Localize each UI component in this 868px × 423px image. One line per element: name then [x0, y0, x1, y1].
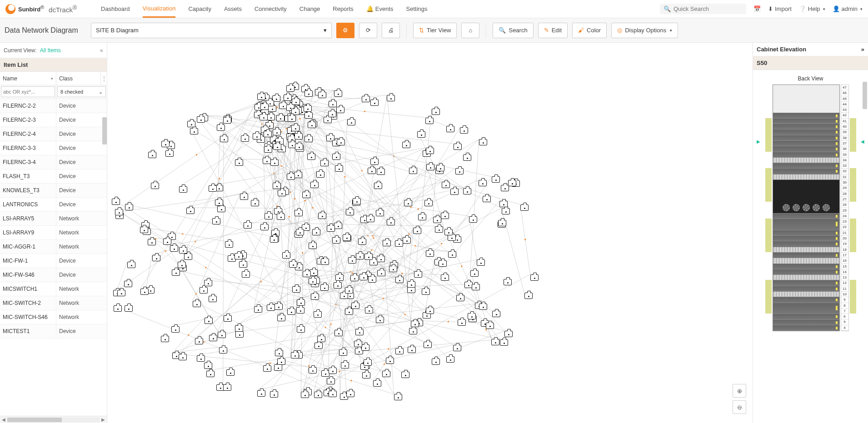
graph-node[interactable] [314, 311, 322, 318]
col-header-name[interactable]: Name▾ [0, 72, 56, 85]
graph-node[interactable] [235, 325, 243, 332]
nav-assets[interactable]: Assets [224, 0, 242, 18]
graph-node[interactable] [274, 364, 282, 371]
graph-node[interactable] [223, 117, 231, 124]
grid-body[interactable]: FILERNC-2-2DeviceFILERNC-2-3DeviceFILERN… [0, 99, 107, 416]
graph-node[interactable] [292, 99, 300, 105]
graph-node[interactable] [187, 121, 195, 127]
table-row[interactable]: FILERNC-2-3Device [0, 113, 107, 127]
graph-node[interactable] [395, 348, 404, 354]
rack-device-server[interactable] [773, 113, 839, 119]
graph-node[interactable] [334, 330, 343, 336]
current-view-link[interactable]: All Items [40, 47, 61, 54]
table-row[interactable]: LANTRONICSDevice [0, 198, 107, 212]
graph-node[interactable] [241, 135, 249, 142]
graph-node[interactable] [117, 290, 125, 296]
graph-node[interactable] [273, 144, 281, 150]
graph-node[interactable] [296, 229, 304, 235]
graph-node[interactable] [254, 306, 262, 313]
rack-device-server[interactable] [773, 219, 839, 230]
graph-node[interactable] [284, 95, 292, 101]
graph-node[interactable] [383, 240, 391, 246]
graph-node[interactable] [463, 154, 471, 161]
graph-node[interactable] [217, 124, 225, 131]
graph-node[interactable] [312, 229, 320, 235]
graph-node[interactable] [426, 308, 434, 314]
graph-node[interactable] [320, 284, 329, 291]
graph-node[interactable] [223, 384, 231, 391]
graph-node[interactable] [235, 159, 243, 166]
graph-node[interactable] [334, 282, 342, 289]
graph-node[interactable] [377, 256, 385, 262]
rack-device-server[interactable] [773, 280, 839, 286]
search-button[interactable]: 🔍Search [493, 23, 533, 38]
graph-node[interactable] [524, 293, 533, 299]
graph-node[interactable] [277, 214, 285, 220]
graph-node[interactable] [409, 168, 417, 174]
graph-node[interactable] [508, 180, 516, 186]
graph-node[interactable] [354, 341, 362, 347]
graph-node[interactable] [239, 261, 247, 268]
table-row[interactable]: MICTEST1Device [0, 324, 107, 338]
graph-node[interactable] [479, 304, 487, 310]
graph-node[interactable] [260, 224, 269, 230]
nav-visualization[interactable]: Visualization [143, 0, 176, 18]
rack-device-patch[interactable] [773, 275, 839, 280]
graph-node[interactable] [274, 304, 283, 310]
rack-device-server[interactable] [773, 314, 839, 319]
graph-node[interactable] [328, 111, 336, 117]
graph-node[interactable] [172, 269, 180, 276]
graph-node[interactable] [263, 365, 271, 372]
graph-node[interactable] [425, 118, 434, 124]
graph-node[interactable] [377, 169, 385, 175]
table-row[interactable]: MIC-FW-S46Device [0, 268, 107, 282]
graph-node[interactable] [257, 94, 265, 100]
rack-device-server[interactable] [773, 325, 839, 331]
graph-node[interactable] [483, 196, 491, 202]
graph-node[interactable] [504, 279, 512, 285]
table-row[interactable]: MICSWITCH1Network [0, 282, 107, 296]
graph-node[interactable] [364, 254, 373, 260]
graph-node[interactable] [320, 160, 329, 166]
graph-node[interactable] [401, 372, 409, 378]
graph-node[interactable] [408, 347, 416, 353]
graph-node[interactable] [190, 128, 198, 134]
nav-change[interactable]: Change [299, 0, 320, 18]
graph-node[interactable] [296, 307, 304, 314]
graph-node[interactable] [403, 237, 411, 244]
graph-node[interactable] [267, 304, 275, 311]
graph-node[interactable] [204, 280, 212, 286]
quick-search-input[interactable] [673, 5, 737, 12]
table-row[interactable]: FILERNC-2-2Device [0, 99, 107, 113]
hscroll-thumb[interactable] [7, 418, 62, 422]
graph-node[interactable] [318, 213, 326, 219]
graph-node[interactable] [439, 260, 447, 267]
graph-node[interactable] [492, 311, 500, 317]
graph-node[interactable] [287, 174, 295, 180]
graph-node[interactable] [311, 294, 319, 300]
diagram-canvas[interactable]: ⊕ ⊖ [107, 43, 753, 423]
graph-node[interactable] [289, 261, 297, 268]
graph-node[interactable] [498, 220, 506, 226]
table-row[interactable]: KNOWLES_T3Device [0, 184, 107, 198]
graph-node[interactable] [209, 335, 217, 341]
quick-search[interactable]: 🔍 [660, 4, 746, 14]
rack-device-server[interactable] [773, 297, 839, 303]
table-row[interactable]: MIC-SWITCH-2Network [0, 296, 107, 310]
graph-node[interactable] [195, 338, 203, 344]
graph-node[interactable] [409, 328, 417, 334]
graph-node[interactable] [453, 345, 461, 351]
graph-node[interactable] [350, 275, 359, 281]
rack-device-server[interactable] [773, 124, 839, 129]
graph-node[interactable] [362, 96, 370, 102]
graph-node[interactable] [304, 105, 312, 112]
graph-node[interactable] [267, 114, 275, 120]
graph-node[interactable] [463, 188, 471, 194]
graph-node[interactable] [337, 139, 345, 145]
table-row[interactable]: FLASH_T3Device [0, 169, 107, 184]
graph-node[interactable] [264, 213, 273, 219]
graph-node[interactable] [395, 240, 403, 247]
graph-node[interactable] [500, 339, 508, 346]
graph-node[interactable] [275, 350, 283, 356]
graph-node[interactable] [112, 199, 120, 205]
